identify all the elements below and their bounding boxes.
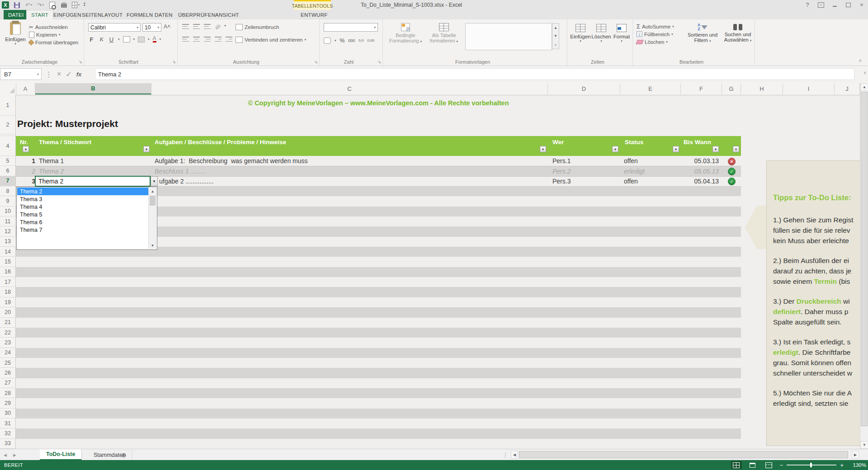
column-header-f[interactable]: F <box>681 83 722 94</box>
column-header-a[interactable]: A <box>16 83 35 94</box>
comma-style-icon[interactable]: 000 <box>348 38 355 43</box>
print-preview-icon[interactable] <box>48 1 56 9</box>
print-icon[interactable] <box>60 1 68 9</box>
zoom-out-icon[interactable]: − <box>780 462 783 469</box>
restore-icon[interactable] <box>844 1 852 9</box>
dropdown-item[interactable]: Thema 6 <box>17 218 150 226</box>
cell-aufgabe[interactable]: Aufgabe 1: Beschreibung was gemacht werd… <box>155 156 543 166</box>
align-right-icon[interactable] <box>204 37 211 42</box>
filter-icon[interactable]: ▼ <box>612 146 618 152</box>
row-header-32[interactable]: 32 <box>0 428 16 438</box>
vertical-scrollbar[interactable]: ▲ ▼ <box>860 83 868 449</box>
cell-nr[interactable]: 3 <box>16 176 35 186</box>
tab-datei[interactable]: DATEI <box>4 10 28 19</box>
row-header-5[interactable]: 5 <box>0 156 16 166</box>
cell-aufgabe[interactable]: ufgabe 2 ................ <box>159 176 548 186</box>
expand-formula-bar-icon[interactable]: ˅ <box>863 70 866 75</box>
decrease-decimal-icon[interactable]: 0,00 <box>367 38 374 42</box>
sheet-nav-right-icon[interactable]: ▶ <box>13 453 16 457</box>
cancel-entry-icon[interactable]: × <box>57 70 61 78</box>
cell-status[interactable]: offen <box>624 156 678 166</box>
row-header-8[interactable]: 8 <box>0 186 16 196</box>
vertical-scroll-thumb[interactable] <box>861 92 868 426</box>
row-header-7[interactable]: 7 <box>0 176 16 186</box>
borders-icon[interactable] <box>123 36 130 42</box>
cell-nr[interactable]: 2 <box>16 166 35 176</box>
new-sheet-icon[interactable]: ⊕ <box>121 449 127 461</box>
row-header-14[interactable]: 14 <box>0 247 16 257</box>
dropdown-item[interactable]: Thema 5 <box>17 211 150 218</box>
dropdown-scroll-down-icon[interactable]: ▼ <box>149 242 156 249</box>
collapse-ribbon-icon[interactable]: ˄ <box>859 58 862 63</box>
format-painter-button[interactable]: Format übertragen <box>29 38 78 46</box>
filter-icon[interactable]: ▼ <box>733 146 739 152</box>
merge-center-button[interactable]: Verbinden und zentrieren▾ <box>236 36 306 43</box>
number-dialog-launcher-icon[interactable]: ⇘ <box>377 60 381 64</box>
row-header-25[interactable]: 25 <box>0 358 16 368</box>
confirm-entry-icon[interactable]: ✓ <box>66 70 71 79</box>
horizontal-scroll-thumb[interactable] <box>519 451 848 458</box>
zoom-in-icon[interactable]: + <box>840 462 844 469</box>
row-header-30[interactable]: 30 <box>0 409 16 418</box>
dropdown-item[interactable]: Thema 7 <box>17 226 150 234</box>
align-middle-icon[interactable] <box>193 24 200 29</box>
conditional-formatting-button[interactable]: Bedingte Formatierung ▾ <box>387 23 424 43</box>
page-layout-view-icon[interactable] <box>747 461 758 469</box>
align-top-icon[interactable] <box>182 24 189 29</box>
dropdown-item[interactable]: Thema 3 <box>17 195 150 203</box>
filter-icon[interactable]: ▼ <box>23 146 29 152</box>
align-bottom-icon[interactable] <box>204 24 211 29</box>
row-header-11[interactable]: 11 <box>0 216 16 226</box>
scroll-right-icon[interactable]: ▶ <box>852 451 859 459</box>
cell-status[interactable]: erledigt <box>624 166 678 176</box>
styles-scroll-down-icon[interactable]: ▼ <box>552 32 559 40</box>
formula-bar-value[interactable]: Thema 2 <box>95 68 854 80</box>
excel-logo-icon[interactable]: X <box>2 1 9 9</box>
dropdown-item[interactable]: Thema 4 <box>17 203 150 211</box>
column-header-i[interactable]: I <box>783 83 835 94</box>
name-box-caret-icon[interactable]: ▾ <box>37 72 39 76</box>
zoom-thumb[interactable] <box>810 463 812 467</box>
column-header-j[interactable]: J <box>835 83 860 94</box>
italic-button[interactable]: K <box>98 36 105 43</box>
save-icon[interactable] <box>13 1 21 9</box>
grow-font-icon[interactable]: A˄ <box>164 24 170 30</box>
cell-aufgabe[interactable]: Beschluss 1 ......... <box>155 166 543 176</box>
autosum-button[interactable]: ΣAutoSumme▾ <box>637 23 674 30</box>
tab-daten[interactable]: DATEN <box>150 10 177 19</box>
cell-nr[interactable]: 1 <box>16 156 35 166</box>
redo-icon[interactable]: ↷▾ <box>37 1 44 9</box>
row-header-20[interactable]: 20 <box>0 307 16 317</box>
column-header-e[interactable]: E <box>620 83 681 94</box>
row-header-22[interactable]: 22 <box>0 328 16 338</box>
orientation-icon[interactable]: ab <box>214 23 222 31</box>
formula-bar-dots-icon[interactable]: ⋮ <box>45 70 52 79</box>
row-header-21[interactable]: 21 <box>0 318 16 328</box>
row-header-12[interactable]: 12 <box>0 226 16 236</box>
row-header-15[interactable]: 15 <box>0 257 16 267</box>
increase-indent-icon[interactable] <box>226 37 232 42</box>
row-header-6[interactable]: 6 <box>0 166 16 176</box>
column-header-g[interactable]: G <box>722 83 741 94</box>
scroll-left-icon[interactable]: ◀ <box>511 451 518 459</box>
font-color-icon[interactable]: A <box>153 36 156 42</box>
cut-button[interactable]: ✂Ausschneiden <box>29 23 78 31</box>
row-header-16[interactable]: 16 <box>0 267 16 277</box>
cell-status[interactable]: offen <box>624 176 678 186</box>
wrap-text-button[interactable]: Zeilenumbruch <box>236 23 279 31</box>
dropdown-scrollbar[interactable]: ▲ ▼ <box>148 188 156 249</box>
fill-color-icon[interactable] <box>138 37 145 42</box>
filter-icon[interactable]: ▼ <box>143 146 150 152</box>
tab-ansicht[interactable]: ANSICHT <box>211 10 244 19</box>
dropdown-scroll-thumb[interactable] <box>150 196 156 206</box>
delete-cells-button[interactable]: Löschen▾ <box>591 24 612 43</box>
row-header-33[interactable]: 33 <box>0 439 16 449</box>
percent-style-icon[interactable]: % <box>340 38 345 44</box>
alignment-dialog-launcher-icon[interactable]: ⇘ <box>314 60 318 64</box>
cell-b7-edit[interactable]: Thema 2 <box>35 176 151 187</box>
tab-entwurf[interactable]: ENTWURF <box>296 10 332 19</box>
customize-qat-icon[interactable]: ▾ <box>84 3 85 7</box>
font-dialog-launcher-icon[interactable]: ⇘ <box>172 60 176 64</box>
clear-button[interactable]: Löschen▾ <box>637 38 674 46</box>
cell-thema[interactable]: Thema 1 <box>39 156 150 166</box>
